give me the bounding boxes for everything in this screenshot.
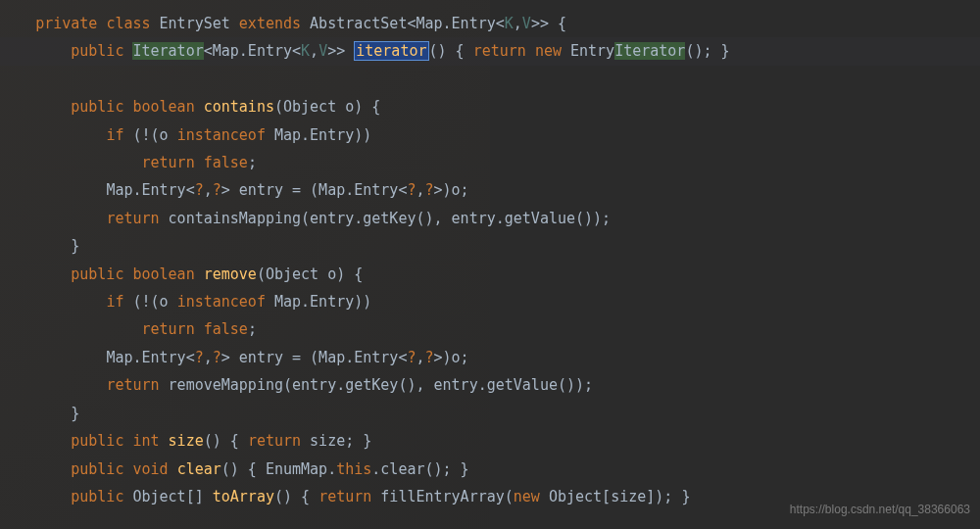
code-line-1: private class EntrySet extends AbstractS… [0, 15, 566, 32]
code-line-10: public boolean remove(Object o) { [0, 265, 363, 283]
code-line-13: Map.Entry<?,?> entry = (Map.Entry<?,?>)o… [0, 349, 469, 366]
code-line-4: public boolean contains(Object o) { [0, 98, 380, 116]
code-line-11: if (!(o instanceof Map.Entry)) [0, 293, 371, 311]
watermark-text: https://blog.csdn.net/qq_38366063 [790, 496, 970, 523]
code-line-7: Map.Entry<?,?> entry = (Map.Entry<?,?>)o… [0, 181, 469, 199]
code-line-6: return false; [0, 154, 257, 171]
code-line-9: } [0, 237, 79, 255]
code-line-15: } [0, 405, 79, 422]
code-line-12: return false; [0, 320, 257, 338]
code-line-8: return containsMapping(entry.getKey(), e… [0, 210, 611, 227]
iterator-type-highlight: Iterator [132, 42, 203, 60]
iterator-method-selected: iterator [354, 41, 428, 61]
code-line-17: public void clear() { EnumMap.this.clear… [0, 460, 469, 478]
code-line-14: return removeMapping(entry.getKey(), ent… [0, 376, 593, 394]
code-line-5: if (!(o instanceof Map.Entry)) [0, 126, 371, 144]
code-line-2: public Iterator<Map.Entry<K,V>> iterator… [0, 41, 730, 61]
code-line-16: public int size() { return size; } [0, 432, 371, 450]
code-line-18: public Object[] toArray() { return fillE… [0, 488, 690, 505]
code-editor[interactable]: private class EntrySet extends AbstractS… [0, 0, 980, 510]
iterator-suffix-highlight: Iterator [614, 42, 685, 60]
